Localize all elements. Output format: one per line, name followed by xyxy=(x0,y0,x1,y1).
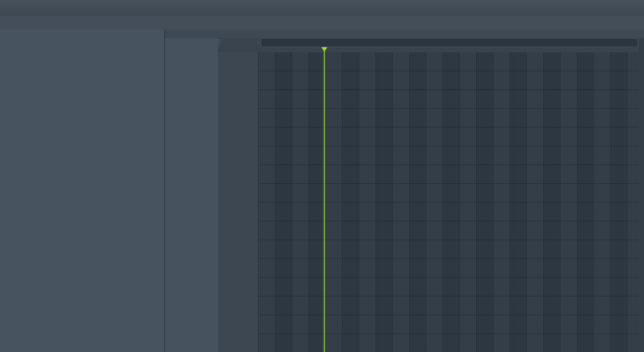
playlist-timeline-ruler[interactable] xyxy=(218,47,644,53)
playlist-grid[interactable] xyxy=(258,52,639,352)
channel-rack-window xyxy=(0,30,165,352)
playlist-track-headers xyxy=(218,52,259,352)
playlist-minimap[interactable] xyxy=(261,38,638,47)
minimap-scroll-left-button[interactable]: ‹ xyxy=(256,38,261,47)
secondary-toolbar xyxy=(0,16,644,30)
fl-studio-window: ‹ xyxy=(0,0,644,352)
main-toolbar xyxy=(0,0,644,17)
playlist-vertical-scrollbar[interactable] xyxy=(639,38,644,352)
playlist-corner-tab xyxy=(218,38,256,47)
playlist-picker-panel xyxy=(164,38,218,352)
playlist-toolbar xyxy=(164,30,644,39)
playhead-line[interactable] xyxy=(324,47,325,352)
playhead-marker[interactable] xyxy=(321,47,327,51)
